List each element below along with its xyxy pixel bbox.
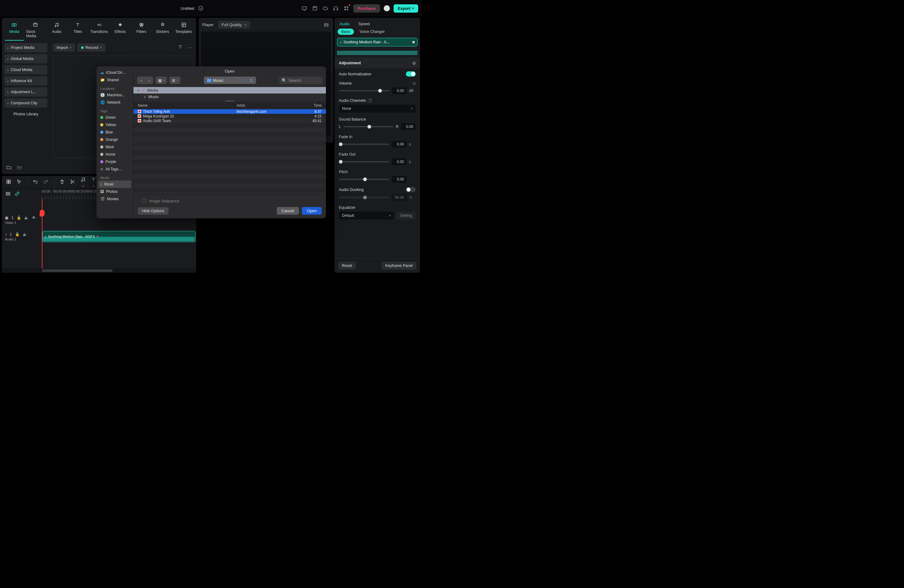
tab-templates[interactable]: Templates	[174, 21, 193, 41]
filter-icon[interactable]	[176, 43, 184, 52]
text-tool-icon[interactable]: ▾	[90, 177, 96, 188]
sidebar-item-photos-library[interactable]: Photos Library	[4, 109, 47, 119]
delete-icon[interactable]	[59, 179, 65, 185]
link-icon[interactable]	[14, 191, 20, 198]
tab-stickers[interactable]: Stickers	[153, 21, 172, 41]
favorite-icon[interactable]: ♥	[96, 234, 99, 239]
record-button[interactable]: Record▾	[77, 43, 106, 52]
eq-select[interactable]: Default▾	[339, 212, 394, 220]
import-button[interactable]: Import▾	[53, 43, 75, 52]
path-selector[interactable]: Music⇅	[204, 77, 256, 84]
eq-setting-button[interactable]: Setting	[396, 212, 416, 220]
cut-icon[interactable]	[70, 179, 76, 185]
file-row[interactable]: Audio SAR Team45:41	[133, 119, 326, 123]
ducking-value[interactable]: 50.00	[392, 194, 406, 201]
sidebar-tag-orange[interactable]: Orange	[98, 136, 131, 143]
tab-speed-inspector[interactable]: Speed	[358, 22, 370, 26]
avatar[interactable]	[384, 5, 390, 11]
title-edit-icon[interactable]	[198, 5, 204, 12]
fadeout-value[interactable]: 0.00	[392, 158, 406, 165]
nav-forward-button[interactable]: ›	[145, 77, 153, 84]
volume-slider[interactable]	[339, 90, 389, 91]
export-button[interactable]: Export▾	[394, 4, 418, 13]
sidebar-item-cloud-media[interactable]: ▸Cloud Media	[4, 65, 47, 74]
sidebar-network[interactable]: 🌐Network	[98, 99, 131, 106]
sidebar-tag-purple[interactable]: Purple	[98, 158, 131, 166]
mute-icon[interactable]: 🔈	[23, 232, 27, 237]
fadein-slider[interactable]	[339, 144, 389, 145]
apps-icon[interactable]	[343, 5, 349, 12]
tab-stock-media[interactable]: Stock Media	[26, 21, 45, 41]
visibility-icon[interactable]: 👁	[32, 216, 36, 220]
tab-audio[interactable]: Audio	[47, 21, 66, 41]
pitch-value[interactable]: 0.00	[392, 176, 406, 183]
selected-clip-chip[interactable]: ♪ Soothing Medium Rain - A...	[337, 38, 417, 46]
tab-effects[interactable]: Effects	[111, 21, 130, 41]
music-tool-icon[interactable]: ▾	[80, 177, 86, 188]
snapshot-icon[interactable]	[323, 22, 330, 28]
help-icon[interactable]: ?	[368, 98, 372, 103]
tab-filters[interactable]: Filters	[132, 21, 151, 41]
view-mode-button[interactable]: ▦▾	[156, 77, 167, 84]
timeline-mode-icon[interactable]	[5, 191, 11, 198]
auto-norm-switch[interactable]	[406, 71, 416, 77]
balance-slider[interactable]	[343, 126, 394, 127]
subtab-basic[interactable]: Basic	[338, 28, 354, 35]
fadeout-slider[interactable]	[339, 161, 389, 162]
volume-value[interactable]: 0.00	[392, 87, 406, 94]
keyframe-diamond-icon[interactable]: ◇	[412, 60, 416, 65]
cloud-icon[interactable]	[322, 5, 329, 12]
pitch-slider[interactable]	[339, 179, 389, 180]
sidebar-tag-home[interactable]: Home	[98, 151, 131, 158]
tab-media[interactable]: Media	[5, 21, 24, 41]
file-row[interactable]: Thích Tiếng Anhthichtienganh.com9:37	[133, 109, 326, 114]
drag-handle[interactable]	[225, 101, 234, 101]
sidebar-shared[interactable]: 📁Shared	[98, 76, 131, 84]
save-icon[interactable]	[311, 5, 318, 12]
folder-open-icon[interactable]	[16, 164, 23, 171]
cancel-button[interactable]: Cancel	[277, 207, 299, 215]
sidebar-item-adjustment-layer[interactable]: ▸Adjustment L...	[4, 87, 47, 96]
more-icon[interactable]: ⋯	[186, 44, 193, 51]
balance-value[interactable]: 0.00	[401, 123, 416, 130]
sidebar-tag-green[interactable]: Green	[98, 114, 131, 121]
timeline-scrollbar[interactable]	[2, 269, 196, 273]
keyframe-diamond-icon[interactable]: ◇	[412, 81, 416, 85]
nav-back-button[interactable]: ‹	[137, 77, 145, 84]
tab-titles[interactable]: Titles	[69, 21, 87, 41]
purchase-button[interactable]: Purchase	[353, 4, 380, 13]
ducking-slider[interactable]	[339, 197, 389, 198]
tab-audio-inspector[interactable]: Audio	[340, 22, 349, 26]
tab-transitions[interactable]: Transitions	[90, 21, 109, 41]
subtab-voice-changer[interactable]: Voice Changer	[359, 28, 385, 35]
search-input[interactable]: 🔍Search	[279, 77, 322, 84]
cursor-icon[interactable]	[16, 179, 22, 185]
open-button[interactable]: Open	[302, 207, 322, 215]
sidebar-item-global-media[interactable]: ▸Global Media	[4, 54, 47, 63]
mute-icon[interactable]: 🔈	[24, 216, 29, 220]
sidebar-macintosh[interactable]: 💽Macintos...	[98, 91, 131, 99]
sidebar-movies[interactable]: 🎬Movies	[98, 195, 131, 203]
quality-select[interactable]: Full Quality▾	[218, 21, 250, 28]
display-icon[interactable]	[301, 5, 308, 12]
source-media-row[interactable]: ▾♫Media	[133, 87, 326, 93]
undo-icon[interactable]	[32, 179, 38, 185]
group-button[interactable]: ⊞▾	[169, 77, 180, 84]
image-sequence-checkbox[interactable]	[142, 199, 146, 203]
source-music-row[interactable]: ♪Music	[133, 93, 326, 100]
hide-options-button[interactable]: Hide Options	[138, 207, 169, 215]
sidebar-icloud[interactable]: ☁iCloud Dri...	[98, 69, 131, 76]
layout-icon[interactable]	[6, 179, 12, 185]
reset-button[interactable]: Reset	[338, 262, 356, 270]
lock-icon[interactable]: 🔓	[17, 216, 21, 220]
sidebar-item-influence-kit[interactable]: ▸Influence Kit	[4, 76, 47, 85]
sidebar-music[interactable]: ♪Music	[98, 180, 131, 188]
fadein-value[interactable]: 0.00	[392, 141, 406, 148]
sidebar-tag-work[interactable]: Work	[98, 143, 131, 151]
file-row[interactable]: Mega Kuningan 104:15	[133, 114, 326, 119]
sidebar-tag-blue[interactable]: Blue	[98, 128, 131, 136]
keyframe-panel-button[interactable]: Keyframe Panel	[382, 262, 416, 270]
audio-clip[interactable]: ♪ Soothing Medium Rain - AISFX ♥	[43, 231, 196, 242]
redo-icon[interactable]	[43, 179, 49, 185]
sidebar-tag-yellow[interactable]: Yellow	[98, 121, 131, 128]
